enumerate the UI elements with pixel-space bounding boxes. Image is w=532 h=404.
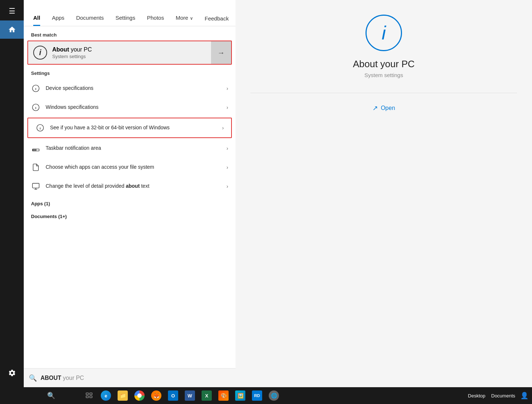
right-panel-i-letter: i bbox=[382, 23, 386, 42]
task-view-icon bbox=[85, 392, 93, 399]
hamburger-menu-button[interactable]: ☰ bbox=[0, 0, 24, 20]
sidebar: ☰ bbox=[0, 0, 24, 404]
windows-specs-icon bbox=[31, 103, 41, 112]
task-view-button[interactable] bbox=[81, 387, 97, 404]
right-panel: i About your PC System settings ↗ Open bbox=[236, 0, 532, 387]
search-panel: All Apps Documents Settings Photos More … bbox=[24, 0, 236, 387]
windows-specs-item[interactable]: Windows specifications › bbox=[24, 98, 236, 117]
search-bar-icon: 🔍 bbox=[29, 374, 37, 382]
tab-apps-label: Apps bbox=[52, 15, 64, 21]
right-panel-divider bbox=[250, 93, 517, 93]
bitversion-item[interactable]: See if you have a 32-bit or 64-bit versi… bbox=[27, 118, 232, 138]
remote-desktop-icon: RD bbox=[252, 390, 262, 401]
network-icon: 🌐 bbox=[269, 390, 279, 401]
tab-more[interactable]: More ∨ bbox=[170, 11, 199, 26]
sidebar-settings-button[interactable] bbox=[0, 364, 24, 382]
about-pc-icon: i bbox=[33, 46, 47, 60]
hamburger-icon: ☰ bbox=[9, 7, 15, 15]
feedback-button[interactable]: Feedback bbox=[199, 12, 235, 25]
chrome-button[interactable] bbox=[131, 387, 148, 404]
excel-icon: X bbox=[202, 390, 212, 401]
taskbar-notif-label: Taskbar notification area bbox=[46, 145, 226, 152]
right-panel-title: About your PC bbox=[353, 58, 414, 70]
network-button[interactable]: 🌐 bbox=[265, 387, 282, 404]
best-match-arrow-button[interactable]: → bbox=[211, 41, 231, 64]
windows-specs-chevron: › bbox=[226, 104, 228, 110]
taskbar-search-icon: 🔍 bbox=[47, 392, 55, 400]
word-icon: W bbox=[185, 390, 195, 401]
text-detail-icon bbox=[31, 182, 41, 191]
documents-label[interactable]: Documents bbox=[491, 393, 515, 399]
home-icon bbox=[8, 26, 16, 34]
outlook-icon: O bbox=[168, 390, 178, 401]
taskbar-right: Desktop Documents 👤 bbox=[465, 392, 532, 400]
open-link-label: Open bbox=[381, 105, 395, 111]
results-area: Best match i About your PC System settin… bbox=[24, 26, 236, 368]
file-explorer-button[interactable]: 📁 bbox=[114, 387, 131, 404]
search-query-bold: ABOUT bbox=[41, 375, 61, 381]
firefox-icon: 🦊 bbox=[151, 390, 161, 401]
device-specs-item[interactable]: Device specifications › bbox=[24, 79, 236, 98]
info-circle-icon-2 bbox=[32, 103, 40, 111]
best-match-item[interactable]: i About your PC System settings → bbox=[27, 41, 232, 65]
tab-settings-label: Settings bbox=[115, 15, 135, 21]
settings-header: Settings bbox=[24, 65, 236, 79]
top-navigation: All Apps Documents Settings Photos More … bbox=[24, 0, 236, 26]
device-specs-chevron: › bbox=[226, 85, 228, 91]
info-letter: i bbox=[39, 48, 41, 57]
edge-browser-button[interactable]: e bbox=[97, 387, 114, 404]
bitversion-icon bbox=[35, 123, 45, 133]
apps-category-header: Apps (1) bbox=[24, 196, 236, 209]
taskbar-search-button[interactable]: 🔍 bbox=[24, 387, 79, 404]
svg-rect-15 bbox=[90, 393, 92, 395]
tab-all[interactable]: All bbox=[27, 11, 46, 26]
search-bar[interactable]: 🔍 ABOUT your PC bbox=[24, 368, 236, 387]
open-link-button[interactable]: ↗ Open bbox=[372, 104, 395, 112]
tab-settings[interactable]: Settings bbox=[110, 11, 141, 26]
external-link-icon: ↗ bbox=[372, 104, 378, 112]
search-query-rest: your PC bbox=[63, 375, 84, 381]
desktop-label[interactable]: Desktop bbox=[468, 393, 486, 399]
tab-apps[interactable]: Apps bbox=[46, 11, 70, 26]
file-system-chevron: › bbox=[226, 164, 228, 170]
word-button[interactable]: W bbox=[181, 387, 198, 404]
photos-button[interactable]: 🖼️ bbox=[232, 387, 249, 404]
tab-documents[interactable]: Documents bbox=[70, 11, 110, 26]
text-detail-chevron: › bbox=[226, 183, 228, 189]
best-match-title: About your PC bbox=[52, 46, 92, 53]
outlook-button[interactable]: O bbox=[165, 387, 181, 404]
paint-icon: 🎨 bbox=[218, 390, 229, 401]
info-circle-icon-3 bbox=[36, 124, 44, 132]
paint-button[interactable]: 🎨 bbox=[215, 387, 232, 404]
file-system-item[interactable]: Choose which apps can access your file s… bbox=[24, 158, 236, 177]
device-specs-label: Device specifications bbox=[46, 85, 226, 92]
taskbar-notif-item[interactable]: Taskbar notification area › bbox=[24, 139, 236, 158]
svg-rect-14 bbox=[86, 393, 89, 395]
text-detail-label: Change the level of detail provided abou… bbox=[46, 183, 226, 190]
svg-rect-17 bbox=[90, 396, 92, 398]
firefox-button[interactable]: 🦊 bbox=[148, 387, 165, 404]
excel-button[interactable]: X bbox=[198, 387, 215, 404]
tab-photos-label: Photos bbox=[147, 15, 164, 21]
user-icon[interactable]: 👤 bbox=[520, 392, 528, 400]
file-system-icon bbox=[31, 163, 41, 172]
taskbar-notif-chevron: › bbox=[226, 145, 228, 151]
sidebar-home-button[interactable] bbox=[0, 20, 24, 39]
search-bar-query: ABOUT your PC bbox=[41, 375, 84, 381]
file-explorer-icon: 📁 bbox=[118, 390, 128, 401]
tab-photos[interactable]: Photos bbox=[141, 11, 170, 26]
best-match-title-bold: About bbox=[52, 46, 69, 53]
chrome-icon bbox=[134, 390, 145, 401]
tab-documents-label: Documents bbox=[76, 15, 104, 21]
text-detail-item[interactable]: Change the level of detail provided abou… bbox=[24, 177, 236, 196]
windows-specs-label: Windows specifications bbox=[46, 104, 226, 111]
gear-icon bbox=[8, 369, 16, 377]
arrow-right-icon: → bbox=[218, 49, 225, 57]
best-match-text: About your PC System settings bbox=[52, 46, 92, 59]
tab-more-label: More bbox=[176, 15, 188, 21]
bitversion-chevron: › bbox=[222, 125, 224, 131]
svg-rect-11 bbox=[32, 183, 39, 188]
device-specs-icon bbox=[31, 84, 41, 93]
monitor-icon bbox=[32, 182, 40, 190]
remote-desktop-button[interactable]: RD bbox=[249, 387, 265, 404]
